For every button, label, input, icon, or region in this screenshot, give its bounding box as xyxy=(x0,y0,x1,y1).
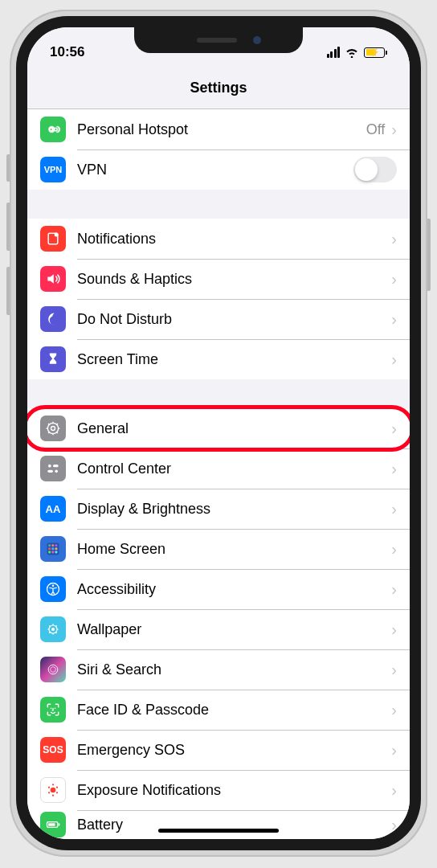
svg-point-37 xyxy=(48,787,50,788)
chevron-right-icon: › xyxy=(391,350,397,369)
chevron-right-icon: › xyxy=(391,420,397,438)
svg-point-3 xyxy=(55,233,59,237)
row-notifications[interactable]: Notifications › xyxy=(27,219,410,259)
wifi-icon xyxy=(345,47,359,58)
svg-rect-15 xyxy=(51,547,54,550)
row-label: Screen Time xyxy=(77,351,391,368)
section-notifications: Notifications › Sounds & Haptics › xyxy=(27,219,410,379)
vpn-toggle[interactable] xyxy=(353,157,397,182)
svg-rect-7 xyxy=(53,465,59,467)
sos-icon: SOS xyxy=(40,737,66,763)
hotspot-icon xyxy=(40,117,66,142)
notifications-icon xyxy=(40,226,66,252)
row-display-brightness[interactable]: AA Display & Brightness › xyxy=(27,489,410,529)
row-battery[interactable]: Battery › xyxy=(27,810,410,839)
page-title: Settings xyxy=(190,80,247,96)
row-personal-hotspot[interactable]: Personal Hotspot Off › xyxy=(27,109,410,149)
exposure-icon xyxy=(40,777,66,803)
row-label: Siri & Search xyxy=(77,661,391,678)
cellular-signal-icon xyxy=(327,47,341,58)
svg-point-0 xyxy=(50,128,53,131)
text-size-icon: AA xyxy=(40,496,66,522)
svg-point-23 xyxy=(51,628,55,631)
row-home-screen[interactable]: Home Screen › xyxy=(27,529,410,569)
svg-rect-19 xyxy=(55,551,58,554)
accessibility-icon xyxy=(40,576,66,602)
svg-point-30 xyxy=(55,632,57,633)
chevron-right-icon: › xyxy=(391,741,397,760)
svg-point-8 xyxy=(55,470,58,473)
row-label: Display & Brightness xyxy=(77,501,391,518)
row-sounds[interactable]: Sounds & Haptics › xyxy=(27,259,410,299)
row-label: Accessibility xyxy=(77,581,391,598)
svg-point-32 xyxy=(48,665,58,674)
chevron-right-icon: › xyxy=(391,460,397,478)
row-do-not-disturb[interactable]: Do Not Disturb › xyxy=(27,299,410,339)
svg-point-6 xyxy=(48,465,51,468)
row-accessibility[interactable]: Accessibility › xyxy=(27,569,410,609)
row-screen-time[interactable]: Screen Time › xyxy=(27,339,410,379)
home-indicator[interactable] xyxy=(158,829,279,833)
svg-rect-18 xyxy=(51,551,54,554)
phone-frame: 10:56 ⚡ Settings xyxy=(10,10,427,857)
status-indicators: ⚡ xyxy=(327,47,388,58)
svg-point-25 xyxy=(57,628,59,630)
svg-rect-11 xyxy=(48,544,51,547)
notch xyxy=(134,27,303,53)
svg-point-33 xyxy=(51,667,56,673)
row-label: Personal Hotspot xyxy=(77,121,366,138)
svg-rect-45 xyxy=(48,823,55,825)
svg-point-5 xyxy=(51,427,55,431)
nav-header: Settings xyxy=(27,68,410,109)
row-control-center[interactable]: Control Center › xyxy=(27,448,410,489)
row-general[interactable]: General › xyxy=(27,408,410,448)
row-label: Exposure Notifications xyxy=(77,782,391,799)
row-label: Do Not Disturb xyxy=(77,311,391,328)
svg-point-40 xyxy=(56,792,58,793)
phone-bezel: 10:56 ⚡ Settings xyxy=(16,16,421,850)
svg-point-38 xyxy=(56,787,58,788)
svg-point-36 xyxy=(51,788,56,793)
svg-point-41 xyxy=(52,784,54,785)
chevron-right-icon: › xyxy=(391,661,397,679)
chevron-right-icon: › xyxy=(391,620,397,639)
row-label: Notifications xyxy=(77,231,391,248)
chevron-right-icon: › xyxy=(391,701,397,719)
chevron-right-icon: › xyxy=(391,540,397,559)
settings-list[interactable]: Personal Hotspot Off › VPN VPN xyxy=(27,109,410,839)
row-wallpaper[interactable]: Wallpaper › xyxy=(27,609,410,649)
gear-icon xyxy=(40,416,66,441)
screen: 10:56 ⚡ Settings xyxy=(27,27,410,839)
row-label: Control Center xyxy=(77,461,391,477)
row-value: Off xyxy=(366,121,386,138)
face-id-icon xyxy=(40,697,66,723)
chevron-right-icon: › xyxy=(391,230,397,248)
wallpaper-icon xyxy=(40,616,66,642)
siri-icon xyxy=(40,657,66,682)
hourglass-icon xyxy=(40,346,66,372)
chevron-right-icon: › xyxy=(391,781,397,800)
row-vpn[interactable]: VPN VPN xyxy=(27,149,410,190)
chevron-right-icon: › xyxy=(391,310,397,329)
row-face-id-passcode[interactable]: Face ID & Passcode › xyxy=(27,690,410,730)
row-label: Home Screen xyxy=(77,541,391,558)
row-exposure-notifications[interactable]: Exposure Notifications › xyxy=(27,770,410,810)
chevron-right-icon: › xyxy=(391,816,397,834)
svg-rect-17 xyxy=(48,551,51,554)
svg-point-29 xyxy=(55,625,57,627)
status-time: 10:56 xyxy=(50,44,84,60)
chevron-right-icon: › xyxy=(391,500,397,518)
svg-point-31 xyxy=(49,632,51,633)
row-label: Sounds & Haptics xyxy=(77,271,391,288)
chevron-right-icon: › xyxy=(391,121,397,139)
sounds-icon xyxy=(40,266,66,292)
chevron-right-icon: › xyxy=(391,270,397,289)
moon-icon xyxy=(40,306,66,332)
svg-rect-13 xyxy=(55,544,58,547)
row-label: General xyxy=(77,420,391,437)
row-emergency-sos[interactable]: SOS Emergency SOS › xyxy=(27,730,410,770)
chevron-right-icon: › xyxy=(391,580,397,599)
svg-point-35 xyxy=(55,708,56,710)
battery-icon: ⚡ xyxy=(364,47,387,58)
row-siri-search[interactable]: Siri & Search › xyxy=(27,649,410,690)
